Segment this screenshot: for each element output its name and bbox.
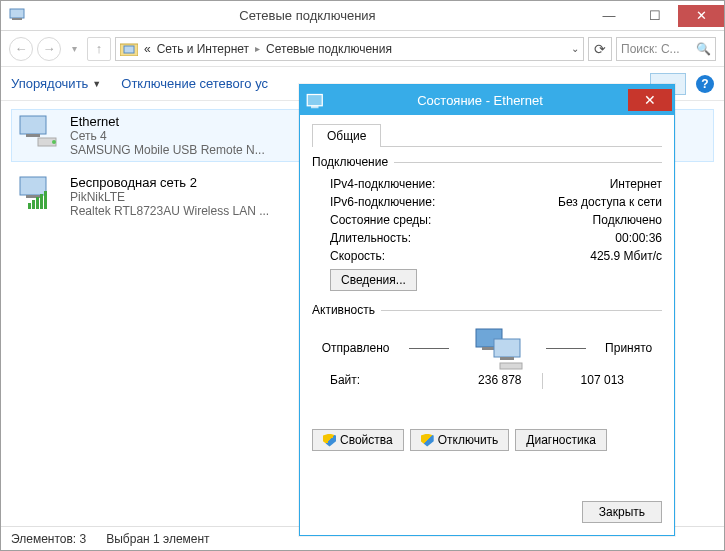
- item-title: Ethernet: [70, 114, 265, 129]
- refresh-button[interactable]: ⟳: [588, 37, 612, 61]
- status-selected: Выбран 1 элемент: [106, 532, 209, 546]
- app-icon: [9, 6, 29, 25]
- status-count: Элементов: 3: [11, 532, 86, 546]
- ethernet-status-dialog: Состояние - Ethernet ✕ Общие Подключение…: [299, 84, 675, 536]
- duration-label: Длительность:: [330, 231, 615, 245]
- up-button[interactable]: ↑: [87, 37, 111, 61]
- item-title: Беспроводная сеть 2: [70, 175, 269, 190]
- bytes-label: Байт:: [330, 373, 440, 389]
- svg-rect-21: [500, 363, 522, 369]
- item-adapter: SAMSUNG Mobile USB Remote N...: [70, 143, 265, 157]
- svg-rect-8: [20, 177, 46, 195]
- history-dropdown[interactable]: ▾: [65, 43, 83, 54]
- svg-rect-11: [32, 200, 35, 209]
- shield-icon: [323, 434, 336, 447]
- search-placeholder: Поиск: С...: [621, 42, 680, 56]
- navigation-bar: ← → ▾ ↑ « Сеть и Интернет ▸ Сетевые подк…: [1, 31, 724, 67]
- search-icon: 🔍: [696, 42, 711, 56]
- diagnose-button[interactable]: Диагностика: [515, 429, 607, 451]
- item-network: PikNikLTE: [70, 190, 269, 204]
- organize-menu[interactable]: Упорядочить▼: [11, 76, 101, 91]
- duration-value: 00:00:36: [615, 231, 662, 245]
- item-network: Сеть 4: [70, 129, 265, 143]
- ipv6-value: Без доступа к сети: [558, 195, 662, 209]
- svg-rect-12: [36, 197, 39, 209]
- svg-rect-19: [494, 339, 520, 357]
- close-dialog-button[interactable]: Закрыть: [582, 501, 662, 523]
- address-dropdown-icon[interactable]: ⌄: [571, 43, 579, 54]
- disable-button[interactable]: Отключить: [410, 429, 510, 451]
- disable-device-button[interactable]: Отключение сетевого ус: [121, 76, 268, 91]
- tab-general[interactable]: Общие: [312, 124, 381, 147]
- bytes-sent: 236 878: [440, 373, 542, 389]
- ipv4-value: Интернет: [610, 177, 662, 191]
- breadcrumb-2[interactable]: Сетевые подключения: [266, 42, 392, 56]
- dialog-close-button[interactable]: ✕: [628, 89, 672, 111]
- svg-rect-1: [12, 18, 22, 20]
- sent-label: Отправлено: [322, 341, 390, 355]
- item-adapter: Realtek RTL8723AU Wireless LAN ...: [70, 204, 269, 218]
- chevron-right-icon[interactable]: ▸: [255, 43, 260, 54]
- svg-rect-16: [311, 106, 319, 109]
- speed-label: Скорость:: [330, 249, 590, 263]
- ipv4-label: IPv4-подключение:: [330, 177, 610, 191]
- shield-icon: [421, 434, 434, 447]
- dialog-icon: [306, 92, 326, 108]
- details-button[interactable]: Сведения...: [330, 269, 417, 291]
- svg-rect-14: [44, 191, 47, 209]
- connection-section: Подключение IPv4-подключение:Интернет IP…: [312, 155, 662, 291]
- wifi-adapter-icon: [18, 175, 60, 211]
- svg-rect-3: [124, 46, 134, 53]
- minimize-button[interactable]: —: [586, 5, 632, 27]
- media-value: Подключено: [593, 213, 662, 227]
- svg-rect-4: [20, 116, 46, 134]
- breadcrumb-prefix: «: [144, 42, 151, 56]
- svg-rect-10: [28, 203, 31, 209]
- svg-rect-13: [40, 194, 43, 209]
- titlebar: Сетевые подключения — ☐ ✕: [1, 1, 724, 31]
- explorer-window: Сетевые подключения — ☐ ✕ ← → ▾ ↑ « Сеть…: [0, 0, 725, 551]
- media-label: Состояние среды:: [330, 213, 593, 227]
- breadcrumb-1[interactable]: Сеть и Интернет: [157, 42, 249, 56]
- window-title: Сетевые подключения: [29, 8, 586, 23]
- bytes-received: 107 013: [543, 373, 645, 389]
- dialog-titlebar: Состояние - Ethernet ✕: [300, 85, 674, 115]
- speed-value: 425.9 Мбит/с: [590, 249, 662, 263]
- svg-rect-0: [10, 9, 24, 18]
- activity-section: Активность Отправлено Принято Байт: 236 …: [312, 303, 662, 409]
- received-label: Принято: [605, 341, 652, 355]
- svg-rect-15: [307, 95, 322, 106]
- address-bar[interactable]: « Сеть и Интернет ▸ Сетевые подключения …: [115, 37, 584, 61]
- activity-icon: [468, 325, 526, 371]
- back-button[interactable]: ←: [9, 37, 33, 61]
- ethernet-adapter-icon: [18, 114, 60, 150]
- svg-rect-5: [26, 134, 40, 137]
- tab-strip: Общие: [312, 123, 662, 147]
- svg-rect-20: [500, 357, 514, 360]
- properties-button[interactable]: Свойства: [312, 429, 404, 451]
- maximize-button[interactable]: ☐: [632, 5, 678, 27]
- svg-point-7: [52, 140, 56, 144]
- dialog-title: Состояние - Ethernet: [332, 93, 628, 108]
- folder-icon: [120, 41, 138, 56]
- ipv6-label: IPv6-подключение:: [330, 195, 558, 209]
- search-input[interactable]: Поиск: С... 🔍: [616, 37, 716, 61]
- help-icon[interactable]: ?: [696, 75, 714, 93]
- forward-button[interactable]: →: [37, 37, 61, 61]
- close-button[interactable]: ✕: [678, 5, 724, 27]
